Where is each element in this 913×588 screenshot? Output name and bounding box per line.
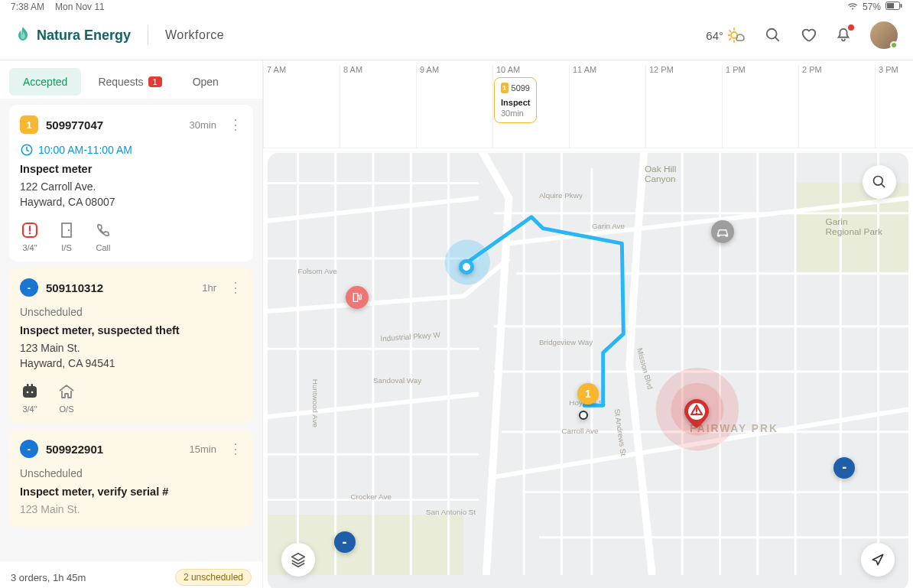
battery-icon <box>885 2 902 12</box>
order-card[interactable]: - 509922901 15min ⋮ Unscheduled Inspect … <box>9 429 253 527</box>
phone-icon <box>95 222 112 239</box>
time-range: 10:00 AM-11:00 AM <box>38 144 132 156</box>
notification-dot <box>848 24 854 31</box>
user-avatar[interactable] <box>870 21 898 49</box>
pin-stop-1[interactable]: 1 <box>577 383 599 404</box>
tab-requests[interactable]: Requests 1 <box>84 68 175 96</box>
search-button[interactable] <box>765 27 781 44</box>
pin-gas-station[interactable] <box>346 286 369 309</box>
device-status-bar: 7:38 AM Mon Nov 11 57% <box>0 0 913 14</box>
sidebar: Accepted Requests 1 Open 1 509977047 30m… <box>0 60 263 588</box>
timeline-id: 5099 <box>512 83 530 93</box>
heart-icon <box>800 27 817 44</box>
battery-percent: 57% <box>863 2 881 12</box>
order-meta: 3/4" O/S <box>20 382 242 414</box>
presence-dot <box>890 41 898 49</box>
pin-warning[interactable] <box>684 399 709 431</box>
map-recenter-button[interactable] <box>861 543 895 577</box>
header-divider <box>148 25 148 45</box>
timeline-hour: 2 PM <box>798 65 822 148</box>
tab-label: Open <box>193 76 219 88</box>
pin-unscheduled[interactable]: - <box>833 457 855 479</box>
notifications-button[interactable] <box>835 27 852 44</box>
svg-rect-12 <box>27 384 29 387</box>
unscheduled-count-pill[interactable]: 2 unscheduled <box>175 569 252 586</box>
brand-logo[interactable]: Natura Energy <box>15 27 131 44</box>
svg-rect-13 <box>31 384 34 387</box>
order-title: Inspect meter <box>20 163 242 175</box>
svg-text:Carroll Ave: Carroll Ave <box>561 427 598 435</box>
timeline-item[interactable]: 1 5099 Inspect 30min <box>494 77 537 123</box>
meta-alert[interactable]: 3/4" <box>20 220 40 252</box>
order-title: Inspect meter, verify serial # <box>20 486 242 498</box>
svg-text:Bridgeview Way: Bridgeview Way <box>539 338 593 346</box>
tab-label: Accepted <box>23 76 67 88</box>
weather[interactable]: 64° <box>706 28 746 43</box>
order-card[interactable]: 1 509977047 30min ⋮ 10:00 AM-11:00 AM In… <box>9 105 253 262</box>
map[interactable]: Industrial Pkwy W Alquire Pkwy Garin Ave… <box>268 153 908 588</box>
card-menu-button[interactable]: ⋮ <box>229 281 242 294</box>
order-address: 123 Main St. <box>20 502 242 518</box>
tab-accepted[interactable]: Accepted <box>9 68 81 96</box>
card-menu-button[interactable]: ⋮ <box>229 118 242 132</box>
meta-outside[interactable]: O/S <box>57 382 76 414</box>
svg-rect-1 <box>887 3 894 8</box>
location-arrow-icon <box>870 552 885 567</box>
wifi-icon <box>847 2 858 12</box>
unscheduled-label: Unscheduled <box>20 467 242 479</box>
address-line1: 123 Main St. <box>20 502 242 518</box>
flame-icon <box>15 27 31 44</box>
timeline-hour: 7 AM <box>263 65 286 148</box>
pin-waypoint[interactable] <box>579 411 588 420</box>
weather-icon <box>728 28 746 43</box>
order-id: 509110312 <box>46 281 194 294</box>
order-list[interactable]: 1 509977047 30min ⋮ 10:00 AM-11:00 AM In… <box>0 99 262 561</box>
svg-text:Alquire Pkwy: Alquire Pkwy <box>539 191 583 200</box>
sidebar-footer: 3 orders, 1h 45m 2 unscheduled <box>0 561 262 588</box>
orders-summary: 3 orders, 1h 45m <box>11 572 86 583</box>
address-line2: Hayward, CA 08007 <box>20 195 242 210</box>
brand-name: Natura Energy <box>37 28 131 44</box>
order-tabs: Accepted Requests 1 Open <box>0 60 262 99</box>
svg-text:Garin Ave: Garin Ave <box>592 222 625 230</box>
meta-call[interactable]: Call <box>93 220 113 252</box>
order-duration: 15min <box>190 443 216 455</box>
order-id: 509977047 <box>46 119 182 132</box>
timeline[interactable]: 7 AM8 AM9 AM10 AM11 AM12 PM1 PM2 PM3 PM … <box>263 60 913 148</box>
main-panel: 7 AM8 AM9 AM10 AM11 AM12 PM1 PM2 PM3 PM … <box>263 60 913 588</box>
search-icon <box>765 27 781 44</box>
tab-open[interactable]: Open <box>179 68 232 96</box>
timeline-hour: 3 PM <box>875 65 898 148</box>
order-duration: 30min <box>190 119 216 131</box>
alert-icon <box>21 221 39 239</box>
svg-text:San Antonio St: San Antonio St <box>426 508 476 516</box>
pin-current-location[interactable] <box>459 259 474 275</box>
order-sequence-badge: - <box>20 278 38 297</box>
home-icon <box>57 383 76 400</box>
timeline-hour: 1 PM <box>722 65 746 148</box>
pin-unscheduled[interactable]: - <box>334 531 356 553</box>
search-icon <box>872 174 887 190</box>
map-search-button[interactable] <box>863 165 896 199</box>
car-icon <box>716 226 729 237</box>
address-line1: 122 Carroll Ave. <box>20 180 242 195</box>
meta-label: 3/4" <box>22 404 37 414</box>
clock-icon <box>20 143 34 157</box>
timeline-hour: 9 AM <box>416 65 439 148</box>
favorites-button[interactable] <box>800 27 817 44</box>
tab-label: Requests <box>98 76 143 88</box>
door-icon <box>59 222 74 239</box>
status-date: Mon Nov 11 <box>55 2 105 12</box>
meta-meter[interactable]: 3/4" <box>20 382 40 414</box>
timeline-duration: 30min <box>501 109 530 118</box>
meta-inside[interactable]: I/S <box>57 220 76 252</box>
pin-vehicle[interactable] <box>711 220 734 243</box>
order-address: 123 Main St. Hayward, CA 94541 <box>20 341 242 371</box>
timeline-title: Inspect <box>501 98 530 107</box>
svg-rect-2 <box>901 4 902 8</box>
svg-text:Huntwood Ave: Huntwood Ave <box>311 379 320 428</box>
map-layers-button[interactable] <box>281 543 315 577</box>
order-card[interactable]: - 509110312 1hr ⋮ Unscheduled Inspect me… <box>9 268 253 423</box>
card-menu-button[interactable]: ⋮ <box>229 442 242 456</box>
app-header: Natura Energy Workforce 64° <box>0 14 913 60</box>
